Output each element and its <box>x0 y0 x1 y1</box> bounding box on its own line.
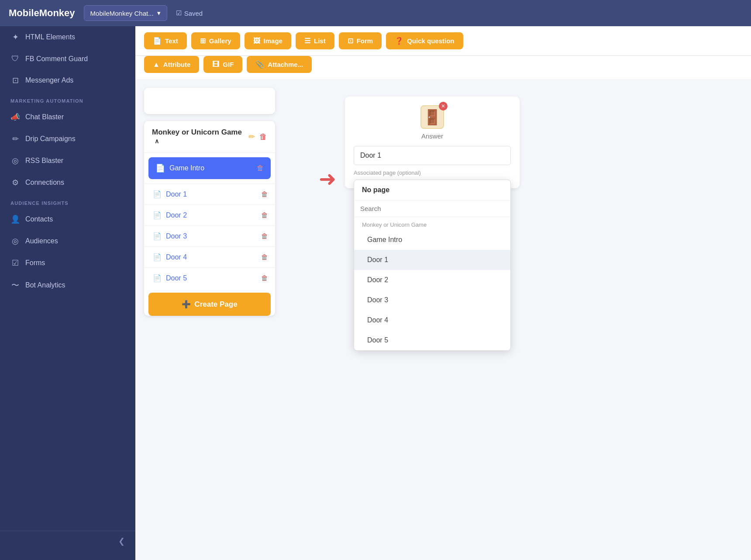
close-icon[interactable]: ✕ <box>439 102 448 111</box>
door-icon-container: 🚪 ✕ <box>420 105 444 129</box>
dropdown-item-door-5[interactable]: Door 5 <box>354 330 510 350</box>
bot-selector[interactable]: MobileMonkey Chat... ▾ <box>84 5 167 21</box>
dropdown-item-door-1[interactable]: Door 1 <box>354 250 510 270</box>
page-list-container: Monkey or Unicorn Game ∧ ✏ 🗑 📄 Game Intr… <box>135 79 284 560</box>
sidebar-item-fb-comment-guard[interactable]: 🛡 FB Comment Guard <box>0 48 135 69</box>
sidebar-item-audiences[interactable]: ◎ Audiences <box>0 230 135 252</box>
bot-selector-chevron: ▾ <box>157 9 161 17</box>
sidebar-item-label: FB Comment Guard <box>25 55 88 63</box>
bot-selector-label: MobileMonkey Chat... <box>90 10 154 17</box>
attribute-button[interactable]: ▲ Attribute <box>144 56 199 73</box>
page-item-door-3[interactable]: 📄 Door 3 🗑 <box>144 225 275 246</box>
page-doc-icon: 📄 <box>153 211 162 219</box>
sidebar-item-label: Forms <box>25 259 45 267</box>
saved-label: Saved <box>184 10 203 17</box>
arrow-indicator: ➜ <box>319 166 336 191</box>
sidebar: ✦ HTML Elements 🛡 FB Comment Guard ⊡ Mes… <box>0 26 135 560</box>
attribute-label: Attribute <box>163 61 191 68</box>
page-label: Game Intro <box>169 164 204 172</box>
delete-door-1-icon[interactable]: 🗑 <box>261 190 268 198</box>
assoc-label: Associated page (optional) <box>354 169 511 176</box>
answer-section: 🚪 ✕ Answer Associated page (optional) No… <box>345 97 520 188</box>
sidebar-item-contacts[interactable]: 👤 Contacts <box>0 208 135 230</box>
plus-icon: ➕ <box>182 300 191 309</box>
edit-page-group-icon[interactable]: ✏ <box>248 132 255 142</box>
chevron-icon: ∧ <box>155 138 159 145</box>
page-doc-icon: 📄 <box>153 190 162 198</box>
rss-blaster-icon: ◎ <box>10 156 20 166</box>
page-label: Door 3 <box>166 232 187 240</box>
chat-blaster-icon: 📣 <box>10 112 20 122</box>
page-item-game-intro[interactable]: 📄 Game Intro 🗑 <box>148 157 271 179</box>
quick-question-label: Quick question <box>407 37 454 45</box>
toolbar-row2: ▲ Attribute 🎞 GIF 📎 Attachme... <box>135 56 751 79</box>
sidebar-item-bot-analytics[interactable]: 〜 Bot Analytics <box>0 274 135 297</box>
content-area: 📄 Text ⊞ Gallery 🖼 Image ☰ List ⊡ Form ❓ <box>135 26 751 560</box>
form-label: Form <box>357 37 373 45</box>
page-label: Door 2 <box>166 211 187 219</box>
no-page-option[interactable]: No page <box>354 180 510 200</box>
quick-question-button[interactable]: ❓ Quick question <box>386 32 463 49</box>
top-bar: MobileMonkey MobileMonkey Chat... ▾ ☑ Sa… <box>0 0 751 26</box>
sidebar-item-drip-campaigns[interactable]: ✏ Drip Campaigns <box>0 128 135 150</box>
create-page-button[interactable]: ➕ Create Page <box>148 293 271 316</box>
sidebar-item-connections[interactable]: ⚙ Connections <box>0 172 135 194</box>
collapse-sidebar-button[interactable]: ❮ <box>118 536 125 546</box>
sidebar-item-messenger-ads[interactable]: ⊡ Messenger Ads <box>0 69 135 91</box>
sidebar-item-chat-blaster[interactable]: 📣 Chat Blaster <box>0 106 135 128</box>
sidebar-item-html-elements[interactable]: ✦ HTML Elements <box>0 26 135 48</box>
image-button[interactable]: 🖼 Image <box>245 32 291 49</box>
page-group: Monkey or Unicorn Game ∧ ✏ 🗑 📄 Game Intr… <box>144 121 275 316</box>
delete-door-4-icon[interactable]: 🗑 <box>261 253 268 261</box>
messenger-ads-icon: ⊡ <box>10 76 20 85</box>
page-label: Door 4 <box>166 253 187 261</box>
list-button[interactable]: ☰ List <box>296 32 334 49</box>
connections-icon: ⚙ <box>10 178 20 187</box>
delete-game-intro-icon[interactable]: 🗑 <box>257 164 264 172</box>
dropdown-item-game-intro[interactable]: Game Intro <box>354 230 510 250</box>
fb-comment-guard-icon: 🛡 <box>10 54 20 63</box>
door-icon-wrap: 🚪 ✕ <box>354 105 511 129</box>
page-doc-icon: 📄 <box>153 274 162 282</box>
saved-check-icon: ☑ <box>176 9 182 17</box>
answer-input[interactable] <box>354 146 511 165</box>
page-doc-icon: 📄 <box>153 232 162 240</box>
delete-door-3-icon[interactable]: 🗑 <box>261 232 268 240</box>
app-title: MobileMonkey <box>9 7 75 19</box>
delete-door-5-icon[interactable]: 🗑 <box>261 274 268 282</box>
dropdown-item-door-4[interactable]: Door 4 <box>354 310 510 330</box>
dropdown-item-door-3[interactable]: Door 3 <box>354 290 510 310</box>
sidebar-item-rss-blaster[interactable]: ◎ RSS Blaster <box>0 150 135 172</box>
image-label: Image <box>264 37 282 45</box>
page-item-door-1[interactable]: 📄 Door 1 🗑 <box>144 183 275 204</box>
page-item-door-2[interactable]: 📄 Door 2 🗑 <box>144 204 275 225</box>
page-item-door-4[interactable]: 📄 Door 4 🗑 <box>144 246 275 267</box>
gif-button[interactable]: 🎞 GIF <box>203 56 242 73</box>
list-icon: ☰ <box>304 37 310 45</box>
sidebar-item-label: Chat Blaster <box>25 113 64 121</box>
page-label: Door 1 <box>166 190 187 198</box>
section-marketing: Marketing Automation <box>0 91 135 106</box>
gallery-icon: ⊞ <box>200 37 206 45</box>
attachment-button[interactable]: 📎 Attachme... <box>247 56 312 73</box>
drip-campaigns-icon: ✏ <box>10 134 20 144</box>
sidebar-item-label: Contacts <box>25 215 53 223</box>
sidebar-item-label: HTML Elements <box>25 33 75 41</box>
answer-label: Answer <box>354 132 511 140</box>
text-icon: 📄 <box>153 37 162 45</box>
form-button[interactable]: ⊡ Form <box>339 32 382 49</box>
sidebar-item-forms[interactable]: ☑ Forms <box>0 252 135 274</box>
delete-page-group-icon[interactable]: 🗑 <box>259 132 267 142</box>
gif-icon: 🎞 <box>212 61 219 69</box>
dropdown-search-input[interactable] <box>354 200 510 217</box>
page-item-door-5[interactable]: 📄 Door 5 🗑 <box>144 267 275 288</box>
dropdown-item-door-2[interactable]: Door 2 <box>354 270 510 290</box>
answer-area: ➜ 🚪 ✕ Answer Associated page (optional) <box>301 97 734 188</box>
forms-icon: ☑ <box>10 258 20 268</box>
delete-door-2-icon[interactable]: 🗑 <box>261 211 268 219</box>
gallery-label: Gallery <box>209 37 231 45</box>
text-button[interactable]: 📄 Text <box>144 32 187 49</box>
create-page-label: Create Page <box>194 300 237 309</box>
gallery-button[interactable]: ⊞ Gallery <box>191 32 240 49</box>
page-doc-icon: 📄 <box>153 253 162 261</box>
